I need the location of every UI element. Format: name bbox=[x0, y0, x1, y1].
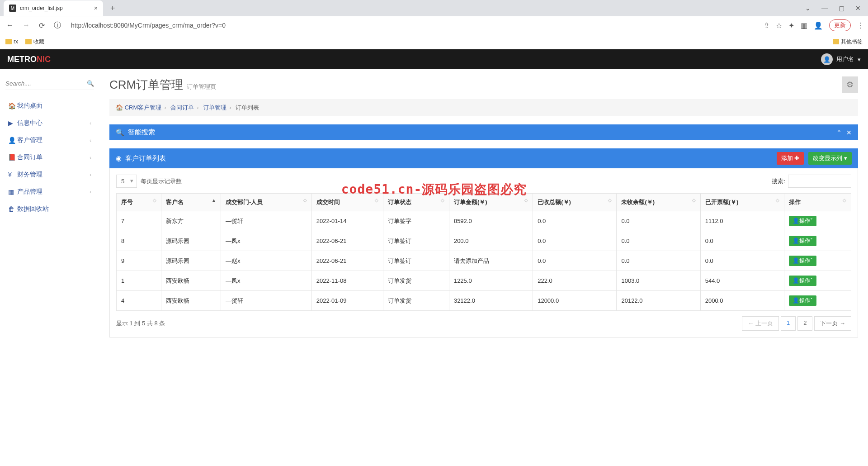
chevron-left-icon: ‹ bbox=[90, 120, 91, 126]
cell-invoiced: 2000.0 bbox=[700, 291, 784, 311]
col-seq[interactable]: 序号◇ bbox=[117, 194, 161, 211]
col-invoiced[interactable]: 已开票额(￥)◇ bbox=[700, 194, 784, 211]
col-unpaid[interactable]: 未收余额(￥)◇ bbox=[617, 194, 700, 211]
cell-time: 2022-01-09 bbox=[311, 291, 383, 311]
url-input[interactable] bbox=[67, 19, 760, 32]
table-search-input[interactable] bbox=[788, 175, 851, 188]
other-bookmarks[interactable]: 其他书签 bbox=[833, 38, 863, 46]
cell-unpaid: 0.0 bbox=[617, 231, 700, 251]
share-icon[interactable]: ⇪ bbox=[764, 21, 769, 30]
col-status[interactable]: 订单状态◇ bbox=[383, 194, 449, 211]
table-search-label: 搜索: bbox=[772, 177, 785, 185]
minimize-icon[interactable]: — bbox=[821, 5, 828, 12]
cell-unpaid: 20122.0 bbox=[617, 291, 700, 311]
breadcrumb-current: 订单列表 bbox=[236, 104, 259, 111]
sidebar-item-desktop[interactable]: 🏠我的桌面 bbox=[5, 97, 94, 114]
back-icon[interactable]: ← bbox=[4, 19, 16, 31]
update-button[interactable]: 更新 bbox=[829, 19, 851, 31]
cell-status: 订单发货 bbox=[383, 291, 449, 311]
cell-invoiced: 1112.0 bbox=[700, 211, 784, 231]
row-action-button[interactable]: 👤操作˅ bbox=[789, 295, 816, 306]
breadcrumb-item[interactable]: 订单管理 bbox=[203, 104, 226, 111]
breadcrumb-item[interactable]: 合同订单 bbox=[170, 104, 194, 111]
maximize-icon[interactable]: ▢ bbox=[839, 5, 844, 12]
forward-icon[interactable]: → bbox=[20, 19, 33, 31]
cell-cust: 新东方 bbox=[161, 211, 221, 231]
folder-icon bbox=[25, 39, 32, 44]
list-panel-body: 5 每页显示记录数 搜索: 序号◇ 客户名▲ 成交部门-人员◇ bbox=[109, 168, 858, 338]
change-columns-button[interactable]: 改变显示列 ▾ bbox=[808, 152, 852, 165]
prev-page-button[interactable]: ← 上一页 bbox=[742, 316, 779, 331]
sidebar-search: 🔍 bbox=[5, 77, 94, 90]
row-action-button[interactable]: 👤操作˅ bbox=[789, 256, 816, 266]
next-page-button[interactable]: 下一页 → bbox=[814, 316, 851, 331]
search-input[interactable] bbox=[5, 77, 87, 90]
sidepanel-icon[interactable]: ▥ bbox=[801, 21, 807, 30]
chevron-left-icon: ‹ bbox=[90, 172, 91, 177]
user-menu[interactable]: 👤 用户名 ▾ bbox=[821, 53, 861, 65]
tab-favicon: M bbox=[9, 5, 16, 12]
star-icon[interactable]: ☆ bbox=[776, 21, 782, 30]
cell-received: 222.0 bbox=[533, 271, 617, 291]
table-row: 4西安欧畅—贺轩2022-01-09订单发货32122.012000.02012… bbox=[117, 291, 851, 311]
gear-icon[interactable]: ⚙ bbox=[842, 76, 858, 93]
table-toolbar: 5 每页显示记录数 搜索: bbox=[116, 175, 851, 188]
cell-dept: —凤x bbox=[221, 271, 311, 291]
cell-unpaid: 1003.0 bbox=[617, 271, 700, 291]
bookmark-favorites[interactable]: 收藏 bbox=[25, 38, 44, 46]
breadcrumb-item[interactable]: CRM客户管理 bbox=[125, 104, 162, 111]
close-icon[interactable]: ✕ bbox=[846, 129, 852, 136]
browser-tab[interactable]: M crm_order_list.jsp × bbox=[4, 0, 103, 16]
cell-cust: 西安欧畅 bbox=[161, 271, 221, 291]
list-panel-header: ◉ 客户订单列表 添加 ✚ 改变显示列 ▾ bbox=[109, 148, 858, 168]
sidebar-item-finance[interactable]: ¥财务管理‹ bbox=[5, 166, 94, 183]
col-customer[interactable]: 客户名▲ bbox=[161, 194, 221, 211]
col-time[interactable]: 成交时间◇ bbox=[311, 194, 383, 211]
sidebar-item-recycle[interactable]: 🗑数据回收站 bbox=[5, 200, 94, 218]
list-panel-title: 客户订单列表 bbox=[125, 154, 166, 163]
chevron-down-icon[interactable]: ⌄ bbox=[805, 5, 811, 12]
row-action-button[interactable]: 👤操作˅ bbox=[789, 236, 816, 246]
breadcrumb: 🏠 CRM客户管理› 合同订单› 订单管理› 订单列表 bbox=[109, 99, 858, 116]
menu-icon[interactable]: ⋮ bbox=[857, 21, 864, 30]
trash-icon: 🗑 bbox=[8, 205, 17, 213]
reload-icon[interactable]: ⟳ bbox=[36, 19, 47, 32]
collapse-icon[interactable]: ⌃ bbox=[836, 129, 842, 136]
row-action-button[interactable]: 👤操作˅ bbox=[789, 276, 816, 286]
table-search: 搜索: bbox=[772, 175, 851, 188]
col-received[interactable]: 已收总额(￥)◇ bbox=[533, 194, 617, 211]
chevron-left-icon: ‹ bbox=[90, 189, 91, 195]
cell-dept: —贺轩 bbox=[221, 291, 311, 311]
page-size-select[interactable]: 5 bbox=[116, 175, 137, 188]
page-1-button[interactable]: 1 bbox=[781, 316, 796, 331]
cell-dept: —赵x bbox=[221, 251, 311, 271]
sidebar-item-info[interactable]: ▶信息中心‹ bbox=[5, 114, 94, 132]
row-action-button[interactable]: 👤操作˅ bbox=[789, 216, 816, 226]
col-amount[interactable]: 订单金额(￥)◇ bbox=[449, 194, 533, 211]
col-dept[interactable]: 成交部门-人员◇ bbox=[221, 194, 311, 211]
pagination: ← 上一页 1 2 下一页 → bbox=[742, 316, 851, 331]
new-tab-button[interactable]: + bbox=[107, 4, 119, 13]
browser-chrome: M crm_order_list.jsp × + ⌄ — ▢ ✕ ← → ⟳ ⓘ… bbox=[0, 0, 868, 49]
info-icon[interactable]: ⓘ bbox=[51, 19, 64, 32]
close-icon[interactable]: × bbox=[94, 5, 98, 12]
extensions-icon[interactable]: ✦ bbox=[788, 21, 794, 30]
page-2-button[interactable]: 2 bbox=[797, 316, 812, 331]
table-row: 7新东方—贺轩2022-01-14订单签字8592.00.00.01112.0👤… bbox=[117, 211, 851, 231]
search-icon[interactable]: 🔍 bbox=[87, 80, 94, 87]
sidebar: 🔍 🏠我的桌面 ▶信息中心‹ 👤客户管理‹ 📕合同订单‹ ¥财务管理‹ ▦产品管… bbox=[0, 69, 99, 359]
profile-icon[interactable]: 👤 bbox=[814, 21, 823, 30]
globe-icon: ◉ bbox=[116, 154, 122, 162]
close-window-icon[interactable]: ✕ bbox=[855, 5, 861, 12]
grid-icon: ▦ bbox=[8, 188, 17, 195]
user-label: 用户名 bbox=[836, 55, 854, 63]
add-button[interactable]: 添加 ✚ bbox=[777, 152, 804, 165]
sidebar-item-customer[interactable]: 👤客户管理‹ bbox=[5, 132, 94, 149]
page-subtitle: 订单管理页 bbox=[187, 83, 216, 93]
cell-time: 2022-06-21 bbox=[311, 231, 383, 251]
bookmark-rx[interactable]: rx bbox=[5, 38, 18, 45]
sidebar-item-product[interactable]: ▦产品管理‹ bbox=[5, 183, 94, 200]
sidebar-item-contract[interactable]: 📕合同订单‹ bbox=[5, 149, 94, 166]
cell-cust: 源码乐园 bbox=[161, 231, 221, 251]
cell-seq: 9 bbox=[117, 251, 161, 271]
